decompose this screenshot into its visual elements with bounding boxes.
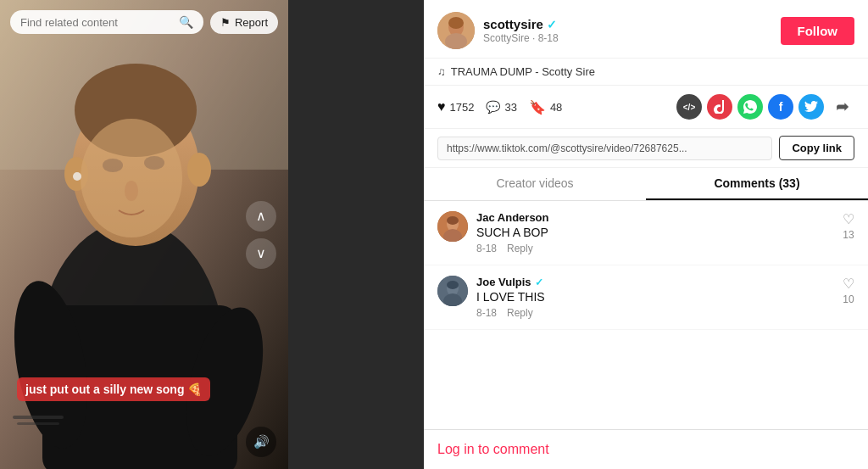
comment-likes: ♡ 13: [843, 211, 854, 241]
comment-body: Joe Vulpis ✓ I LOVE THIS 8-18 Reply: [476, 276, 834, 319]
caption-overlay: just put out a silly new song 🍕: [17, 377, 246, 401]
comment-author: Joe Vulpis ✓: [476, 276, 834, 288]
reply-link[interactable]: Reply: [507, 307, 533, 319]
comment-meta: 8-18 Reply: [476, 307, 834, 319]
sound-icon: 🔊: [253, 434, 270, 449]
like-heart-icon[interactable]: ♡: [843, 276, 854, 292]
comments-count: 33: [504, 101, 516, 114]
creator-name: scottysire ✓: [483, 17, 772, 31]
comment-item: Jac Anderson SUCH A BOP 8-18 Reply ♡ 13: [424, 201, 868, 265]
song-title: TRAUMA DUMP - Scotty Sire: [451, 65, 595, 78]
svg-point-8: [103, 159, 123, 172]
link-row: https://www.tiktok.com/@scottysire/video…: [424, 129, 868, 168]
tiktok-icon: [713, 100, 726, 114]
top-bar: 🔍 ⚑ Report: [10, 10, 278, 34]
up-arrow-icon: ∧: [256, 208, 266, 224]
svg-rect-14: [13, 416, 64, 419]
svg-point-7: [81, 119, 182, 237]
svg-point-9: [144, 156, 164, 170]
share-icons: </> f ➦: [676, 94, 854, 120]
right-panel: scottysire ✓ ScottySire · 8-18 Follow ♫ …: [424, 0, 868, 469]
facebook-icon: f: [779, 100, 783, 114]
reply-link[interactable]: Reply: [507, 243, 533, 254]
svg-point-16: [73, 172, 81, 181]
verified-icon: ✓: [547, 18, 557, 31]
comment-text: I LOVE THIS: [476, 290, 834, 304]
navigation-arrows: ∧ ∨: [246, 201, 276, 269]
bookmarks-count: 48: [550, 101, 562, 114]
verified-icon: ✓: [535, 276, 543, 288]
comment-date: 8-18: [476, 307, 497, 319]
comment-item: Joe Vulpis ✓ I LOVE THIS 8-18 Reply ♡ 10: [424, 265, 868, 330]
center-panel: [288, 0, 424, 469]
svg-point-6: [187, 153, 211, 187]
bookmark-icon: 🔖: [529, 99, 546, 115]
creator-avatar-img: [437, 12, 475, 49]
music-note-icon: ♫: [437, 65, 446, 78]
whatsapp-share-button[interactable]: [737, 94, 763, 120]
embed-button[interactable]: </>: [676, 94, 702, 120]
comment-bubble-icon: 💬: [486, 100, 500, 114]
creator-header: scottysire ✓ ScottySire · 8-18 Follow: [424, 0, 868, 59]
jac-avatar-img: [437, 211, 468, 242]
flag-icon: ⚑: [220, 16, 231, 29]
facebook-share-button[interactable]: f: [768, 94, 793, 120]
report-label: Report: [235, 16, 268, 29]
comment-meta: 8-18 Reply: [476, 243, 834, 254]
forward-icon: ➦: [836, 98, 849, 116]
copy-link-button[interactable]: Copy link: [779, 136, 854, 160]
creator-info: scottysire ✓ ScottySire · 8-18: [483, 17, 772, 44]
comment-likes: ♡ 10: [843, 276, 854, 305]
heart-icon: ♥: [437, 99, 446, 114]
video-url: https://www.tiktok.com/@scottysire/video…: [437, 137, 772, 160]
search-input[interactable]: [20, 16, 172, 29]
sound-button[interactable]: 🔊: [246, 427, 276, 457]
video-panel: 🔍 ⚑ Report ∧ ∨ just put out a silly new …: [0, 0, 288, 469]
prev-arrow-button[interactable]: ∧: [246, 201, 276, 232]
comment-text: SUCH A BOP: [476, 226, 834, 239]
tab-creator-videos[interactable]: Creator videos: [424, 168, 646, 200]
svg-rect-15: [17, 422, 59, 425]
search-box[interactable]: 🔍: [10, 10, 203, 34]
login-to-comment-link[interactable]: Log in to comment: [437, 442, 549, 456]
follow-button[interactable]: Follow: [781, 17, 855, 45]
like-count: 10: [843, 293, 854, 305]
bookmarks-stat[interactable]: 🔖 48: [529, 99, 562, 115]
video-caption: just put out a silly new song 🍕: [17, 377, 210, 401]
comment-avatar: [437, 211, 468, 242]
svg-point-19: [448, 17, 464, 29]
comments-area: Jac Anderson SUCH A BOP 8-18 Reply ♡ 13: [424, 201, 868, 429]
creator-handle: ScottySire · 8-18: [483, 32, 772, 44]
search-icon: 🔍: [179, 15, 193, 29]
comment-avatar: [437, 276, 468, 306]
like-count: 13: [843, 229, 854, 241]
svg-point-27: [447, 281, 459, 289]
joe-avatar-img: [437, 276, 468, 306]
creator-avatar: [437, 12, 475, 49]
like-heart-icon[interactable]: ♡: [843, 211, 854, 227]
tiktok-share-button[interactable]: [707, 94, 732, 120]
comment-author: Jac Anderson: [476, 211, 834, 224]
twitter-share-button[interactable]: [798, 94, 824, 120]
twitter-icon: [804, 101, 818, 113]
forward-share-button[interactable]: ➦: [829, 94, 854, 120]
stats-row: ♥ 1752 💬 33 🔖 48 </> f: [424, 86, 868, 129]
likes-count: 1752: [450, 101, 475, 114]
down-arrow-icon: ∨: [256, 245, 266, 261]
song-row: ♫ TRAUMA DUMP - Scotty Sire: [424, 59, 868, 86]
report-button[interactable]: ⚑ Report: [210, 11, 278, 34]
tab-comments[interactable]: Comments (33): [646, 168, 868, 200]
comment-date: 8-18: [476, 243, 497, 254]
svg-point-10: [125, 181, 138, 201]
comment-body: Jac Anderson SUCH A BOP 8-18 Reply: [476, 211, 834, 254]
likes-stat[interactable]: ♥ 1752: [437, 99, 474, 114]
login-bar: Log in to comment: [424, 429, 868, 469]
next-arrow-button[interactable]: ∨: [246, 238, 276, 269]
tabs-row: Creator videos Comments (33): [424, 168, 868, 201]
svg-point-23: [447, 216, 459, 225]
comments-stat[interactable]: 💬 33: [486, 100, 516, 114]
whatsapp-icon: [743, 100, 757, 114]
